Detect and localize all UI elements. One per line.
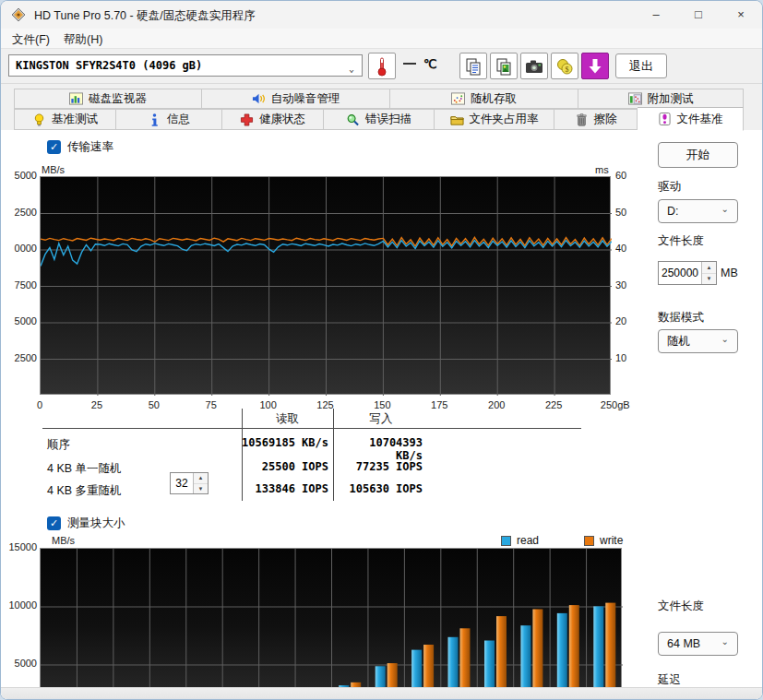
- chart1-y-left-tick: 7500: [12, 279, 37, 291]
- health-cross-icon: [240, 113, 254, 126]
- row-4k-multi-read: 133846 IOPS: [227, 482, 328, 495]
- coins-icon: $: [555, 57, 574, 76]
- tab-error-scan[interactable]: 错误扫描: [324, 109, 435, 130]
- speaker-icon: [252, 92, 266, 105]
- tab-benchmark[interactable]: 基准测试: [14, 109, 116, 130]
- tabrow-top: 磁盘监视器 自动噪音管理 随机存取: [14, 89, 744, 109]
- copy-image-button[interactable]: [490, 53, 518, 79]
- tab-file-benchmark[interactable]: 文件基准: [638, 107, 744, 131]
- copy-text-button[interactable]: [459, 53, 487, 79]
- window-bottom-frame: [1, 687, 762, 700]
- copy-image-icon: [495, 57, 512, 76]
- spin-up-icon[interactable]: ▲: [194, 473, 208, 484]
- tab-label: 文件基准: [677, 112, 723, 127]
- chart1-y-left-tick: 0000: [12, 243, 37, 254]
- toolbar: KINGSTON SFYR2S4T0 (4096 gB) ⌄ ℃: [1, 49, 762, 84]
- close-button[interactable]: ×: [720, 1, 762, 29]
- transfer-rate-checkbox-row[interactable]: ✓ 传输速率: [47, 139, 113, 155]
- chevron-down-icon: ⌄: [349, 59, 354, 79]
- chart1-x-tick: 225: [545, 399, 562, 410]
- file-benchmark-pane: ✓ 传输速率 MB/s ms 读取 写入 顺序 10569185 KB/s 10…: [1, 130, 762, 700]
- tab-label: 文件夹占用率: [470, 112, 539, 127]
- temperature-value-dash: [403, 63, 416, 65]
- tab-erase[interactable]: 擦除: [554, 109, 638, 130]
- chart1-x-tick: 50: [149, 399, 160, 410]
- tab-auto-noise[interactable]: 自动噪音管理: [202, 89, 390, 109]
- start-button[interactable]: 开始: [658, 142, 738, 168]
- chart2-yaxis-unit: MB/s: [52, 535, 75, 546]
- spin-up-icon[interactable]: ▲: [702, 262, 716, 274]
- svg-text:$: $: [566, 65, 569, 73]
- tab-disk-monitor[interactable]: 磁盘监视器: [14, 89, 202, 109]
- read-swatch: [501, 536, 511, 546]
- chart1-x-tick: 75: [206, 399, 217, 410]
- row-sequential-label: 顺序: [47, 437, 70, 453]
- block-file-length-combobox[interactable]: 64 MB ⌄: [658, 632, 738, 656]
- hd-tune-window: HD Tune Pro 5.70 - 硬盘/固态硬盘实用程序 – □ × 文件(…: [0, 0, 763, 700]
- temperature-button[interactable]: [368, 53, 396, 79]
- coins-button[interactable]: $: [551, 53, 578, 79]
- tab-label: 随机存取: [471, 91, 517, 107]
- tab-label: 附加测试: [648, 91, 694, 107]
- tab-random-access[interactable]: 随机存取: [390, 89, 578, 109]
- drive-select[interactable]: KINGSTON SFYR2S4T0 (4096 gB) ⌄: [8, 54, 363, 77]
- chart1-y-right-tick: 30: [615, 279, 626, 291]
- chart1-x-tick: 0: [37, 399, 42, 410]
- maximize-button[interactable]: □: [677, 1, 720, 29]
- block-size-checkbox-row[interactable]: ✓ 测量块大小: [47, 516, 125, 531]
- screenshot-icon: [525, 59, 543, 74]
- file-length-spinner[interactable]: 250000 ▲ ▼: [658, 261, 717, 285]
- chart1-y-right-tick: 10: [615, 352, 626, 363]
- tab-info[interactable]: 信息: [116, 109, 222, 130]
- random-access-icon: [451, 92, 465, 105]
- folder-icon: [450, 113, 464, 126]
- chart1-y-left-tick: 2500: [12, 207, 37, 218]
- write-swatch: [584, 536, 594, 546]
- minimize-button[interactable]: –: [635, 1, 677, 29]
- exit-button[interactable]: 退出: [615, 53, 667, 78]
- info-icon: [148, 113, 161, 126]
- temperature-unit: ℃: [423, 57, 437, 71]
- chart2-y-tick: 5000: [6, 658, 37, 669]
- chart1-yaxis-unit: MB/s: [42, 164, 65, 175]
- chart1-y-left-tick: 2500: [12, 352, 37, 363]
- file-benchmark-icon: [658, 113, 672, 125]
- data-mode-combobox[interactable]: 随机 ⌄: [658, 329, 738, 353]
- latency-label: 延迟: [658, 672, 681, 688]
- copy-text-icon: [465, 57, 482, 76]
- download-arrow-button[interactable]: [581, 53, 609, 79]
- results-col-write: 写入: [335, 411, 427, 427]
- thermometer-icon: [376, 56, 387, 77]
- tab-health[interactable]: 健康状态: [222, 109, 324, 130]
- tab-label: 健康状态: [259, 112, 305, 127]
- block-size-checkbox[interactable]: ✓: [47, 516, 61, 530]
- transfer-rate-checkbox[interactable]: ✓: [47, 140, 61, 154]
- chart2-y-tick: 15000: [6, 541, 37, 552]
- menubar: 文件(F) 帮助(H): [1, 29, 762, 49]
- app-icon: [11, 7, 26, 22]
- screenshot-button[interactable]: [520, 53, 548, 79]
- row-sequential-write: 10704393 KB/s: [338, 436, 423, 462]
- tab-label: 擦除: [594, 112, 617, 127]
- erase-trash-icon: [575, 113, 589, 126]
- block-size-label: 测量块大小: [67, 516, 125, 531]
- tab-folder-usage[interactable]: 文件夹占用率: [435, 109, 554, 130]
- row-4k-multi-label: 4 KB 多重随机: [47, 483, 122, 499]
- drive-label: 驱动: [658, 179, 681, 195]
- drive-combobox[interactable]: D: ⌄: [658, 199, 738, 223]
- tab-label: 磁盘监视器: [89, 91, 147, 107]
- drive-value: D:: [667, 205, 679, 218]
- spin-down-icon[interactable]: ▼: [702, 274, 716, 285]
- download-arrow-icon: [588, 58, 602, 75]
- queue-depth-spinner[interactable]: 32 ▲ ▼: [170, 472, 209, 494]
- results-col-read: 读取: [243, 411, 332, 427]
- table-separator: [333, 409, 334, 501]
- chart1-y-right-tick: 50: [615, 207, 626, 218]
- menu-file[interactable]: 文件(F): [6, 31, 55, 49]
- extra-tests-icon: [628, 92, 642, 105]
- tabrow-bottom: 基准测试 信息 健康状态 错: [14, 109, 744, 130]
- menu-help[interactable]: 帮助(H): [58, 31, 108, 49]
- chart1-y-right-tick: 40: [615, 243, 626, 254]
- spin-down-icon[interactable]: ▼: [194, 484, 208, 494]
- tab-extra-tests[interactable]: 附加测试: [578, 89, 744, 109]
